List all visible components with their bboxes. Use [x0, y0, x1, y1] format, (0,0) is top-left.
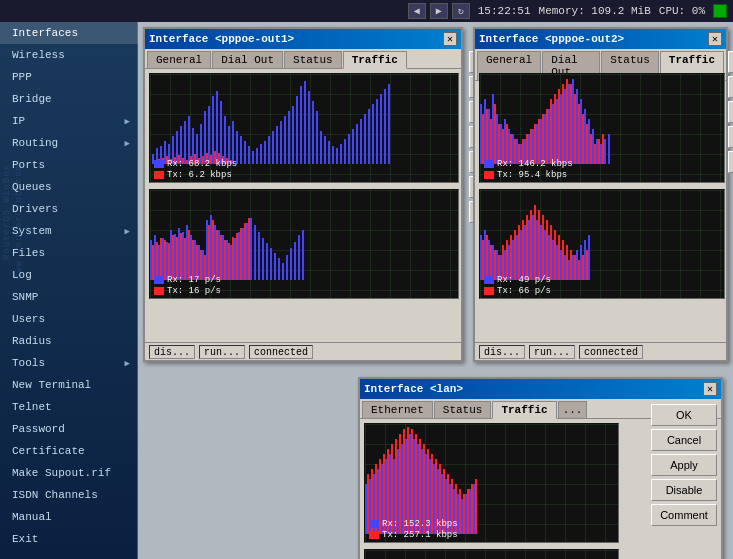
svg-rect-229 [564, 255, 566, 280]
back-button[interactable]: ◀ [408, 3, 426, 19]
sidebar-item-log[interactable]: Log [0, 264, 138, 286]
nav-arrows[interactable]: ◀ ▶ ↻ [408, 3, 470, 19]
sidebar-item-label: PPP [12, 71, 32, 83]
win3-ok-button[interactable]: OK [651, 404, 717, 426]
svg-rect-172 [592, 129, 594, 164]
win3-close-button[interactable]: ✕ [703, 382, 717, 396]
win1-tab-traffic[interactable]: Traffic [343, 51, 407, 69]
refresh-button[interactable]: ↻ [452, 3, 470, 19]
svg-rect-114 [286, 255, 288, 280]
forward-button[interactable]: ▶ [430, 3, 448, 19]
win1-close-button[interactable]: ✕ [443, 32, 457, 46]
sidebar-item-make-supout[interactable]: Make Supout.rif [0, 462, 138, 484]
win3-disable-button[interactable]: Disable [651, 479, 717, 501]
sidebar-item-interfaces[interactable]: Interfaces [0, 22, 138, 44]
sidebar-item-ppp[interactable]: PPP [0, 66, 138, 88]
svg-rect-81 [154, 235, 156, 280]
win1-tab-dialout[interactable]: Dial Out [212, 51, 283, 68]
svg-rect-128 [188, 230, 190, 280]
sidebar-item-exit[interactable]: Exit [0, 528, 138, 550]
svg-rect-169 [580, 99, 582, 164]
sidebar-item-password[interactable]: Password [0, 418, 138, 440]
svg-rect-108 [262, 238, 264, 280]
sidebar-item-queues[interactable]: Queues [0, 176, 138, 198]
rx-label3: Rx: 152.3 kbps [382, 519, 458, 529]
svg-rect-40 [312, 101, 314, 164]
svg-rect-140 [236, 233, 238, 280]
sidebar-item-tools[interactable]: Tools ▶ [0, 352, 138, 374]
win1-tab-general[interactable]: General [147, 51, 211, 68]
status-seg2: run... [199, 345, 245, 359]
win3-cancel-button[interactable]: Cancel [651, 429, 717, 451]
sidebar-item-system[interactable]: System ▶ [0, 220, 138, 242]
svg-rect-141 [240, 228, 242, 280]
win3-titlebar[interactable]: Interface <lan> ✕ [360, 379, 721, 399]
sidebar-item-files[interactable]: Files [0, 242, 138, 264]
svg-rect-208 [480, 235, 482, 280]
sidebar-item-wireless[interactable]: Wireless [0, 44, 138, 66]
status-seg3: connected [579, 345, 643, 359]
svg-rect-44 [328, 141, 330, 164]
sidebar-item-manual[interactable]: Manual [0, 506, 138, 528]
win3-tab-more[interactable]: ... [558, 401, 588, 418]
sidebar-item-label: Radius [12, 335, 52, 347]
svg-rect-197 [562, 84, 564, 164]
sidebar-item-users[interactable]: Users [0, 308, 138, 330]
svg-rect-85 [170, 230, 172, 280]
svg-rect-210 [488, 240, 490, 280]
win2-disable-button[interactable]: Co [728, 126, 733, 148]
svg-rect-8 [184, 121, 186, 164]
svg-rect-56 [376, 99, 378, 164]
sidebar-item-ip[interactable]: IP ▶ [0, 110, 138, 132]
win2-titlebar[interactable]: Interface <pppoe-out2> ✕ [475, 29, 726, 49]
win3-comment-button[interactable]: Comment [651, 504, 717, 526]
tx-color2 [484, 287, 494, 295]
sidebar-item-routing[interactable]: Routing ▶ [0, 132, 138, 154]
svg-rect-13 [204, 111, 206, 164]
win2-apply-button[interactable]: Di [728, 101, 733, 123]
sidebar-item-radius[interactable]: Radius [0, 330, 138, 352]
svg-rect-317 [471, 484, 473, 534]
svg-rect-121 [160, 238, 162, 280]
win1-tab-status[interactable]: Status [284, 51, 342, 68]
svg-rect-43 [324, 136, 326, 164]
sidebar-item-label: Routing [12, 137, 58, 149]
rx-color3 [369, 520, 379, 528]
sidebar-item-bridge[interactable]: Bridge [0, 88, 138, 110]
win3-apply-button[interactable]: Apply [651, 454, 717, 476]
win2-close-button[interactable]: ✕ [708, 32, 722, 46]
svg-rect-20 [232, 121, 234, 164]
svg-rect-29 [268, 136, 270, 164]
win2-cancel-button[interactable]: A [728, 76, 733, 98]
sidebar-item-certificate[interactable]: Certificate [0, 440, 138, 462]
tx-color2 [154, 287, 164, 295]
win1-titlebar[interactable]: Interface <pppoe-out1> ✕ [145, 29, 461, 49]
tx-color [484, 171, 494, 179]
tx-label: Tx: 6.2 kbps [167, 170, 232, 180]
svg-rect-129 [192, 240, 194, 280]
status-seg1: dis... [479, 345, 525, 359]
svg-rect-242 [506, 240, 508, 280]
svg-rect-237 [486, 235, 488, 280]
sidebar-item-label: Queues [12, 181, 52, 193]
win2-comment-button[interactable]: R [728, 151, 733, 173]
sidebar-item-ports[interactable]: Ports [0, 154, 138, 176]
svg-rect-87 [178, 228, 180, 280]
win3-chart2 [364, 549, 619, 559]
chart-svg [152, 76, 456, 164]
win3-tab-status[interactable]: Status [434, 401, 492, 418]
sidebar-item-drivers[interactable]: Drivers [0, 198, 138, 220]
win2-ok-button[interactable]: C [728, 51, 733, 73]
svg-rect-246 [522, 220, 524, 280]
svg-rect-109 [266, 243, 268, 280]
sidebar-item-new-terminal[interactable]: New Terminal [0, 374, 138, 396]
win3-tab-ethernet[interactable]: Ethernet [362, 401, 433, 418]
svg-rect-143 [248, 218, 250, 280]
sidebar-item-telnet[interactable]: Telnet [0, 396, 138, 418]
sidebar-item-snmp[interactable]: SNMP [0, 286, 138, 308]
svg-rect-289 [469, 489, 471, 534]
rx-color2 [484, 276, 494, 284]
sidebar-item-isdn[interactable]: ISDN Channels [0, 484, 138, 506]
svg-rect-247 [526, 215, 528, 280]
win3-tab-traffic[interactable]: Traffic [492, 401, 556, 419]
